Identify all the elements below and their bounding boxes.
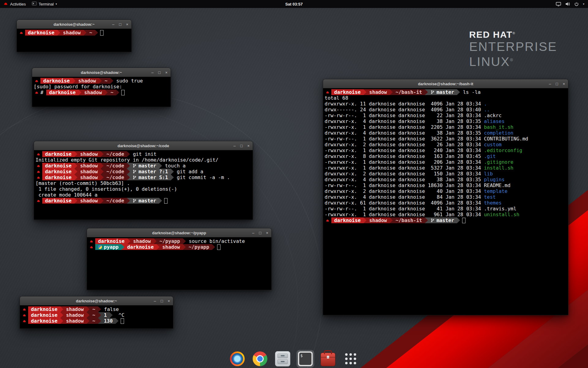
clock[interactable]: Sat 03:57 [285,2,303,6]
terminal-line: total 68 [325,95,567,101]
prompt-segment-path: ~ [90,312,98,318]
terminal-text: drwxrwxr-x. 11 darknoise darknoise 4096 … [325,101,484,107]
terminal-line: create mode 100644 a [36,192,251,198]
dock-item-toolbox[interactable] [320,351,336,366]
dock-item-terminal[interactable]: $ [298,351,313,366]
terminal-window-pyapp: darknoise@shadow:~/pyapp – □ × darknoise… [87,228,272,290]
terminal-line: darknoiseshadow~/codemaster ?:1 git add … [36,169,251,174]
terminal-text: install.sh [484,165,513,171]
window-titlebar[interactable]: darknoise@shadow:~ – □ × [32,68,171,77]
minimize-button[interactable]: – [154,299,156,303]
redhat-icon [18,31,25,34]
close-button[interactable]: × [247,144,250,148]
dock-item-firefox[interactable] [230,351,245,366]
powerline-arrow [110,312,113,318]
minimize-button[interactable]: – [233,144,236,148]
powerline-arrow [95,30,98,36]
dock-item-chrome[interactable] [252,351,268,366]
maximize-button[interactable]: □ [240,144,243,148]
redhat-icon [34,91,40,94]
powerline-arrow [60,306,63,312]
terminal-content[interactable]: darknoiseshadow~/code git initInitialize… [34,150,253,220]
logo-enterprise: ENTERPRISE [469,40,557,53]
powerline-arrow [116,90,119,95]
maximize-button[interactable]: □ [158,71,161,75]
terminal-line: [sudo] password for darknoise: [34,84,169,90]
system-status-area[interactable]: ▾ [552,0,588,8]
logo-red-hat: RED HAT® [469,29,557,40]
prompt-segment-path: ~/code [104,151,127,157]
terminal-line: darknoiseshadow~ sudo true [34,78,169,84]
minimize-button[interactable]: – [151,71,153,75]
minimize-button[interactable]: – [549,82,551,86]
window-titlebar[interactable]: darknoise@shadow:~ – □ × [17,20,131,29]
terminal-text: drwxrwxr-x. 4 darknoise darknoise 38 Jan… [325,118,484,124]
window-titlebar[interactable]: darknoise@shadow:~/bash-it – □ × [323,79,568,88]
minimize-button[interactable]: – [112,22,114,26]
powerline-arrow [101,169,104,174]
window-titlebar[interactable]: darknoise@shadow:~ – □ × [20,297,173,305]
prompt-segment-user: darknoise [42,151,74,157]
window-titlebar[interactable]: darknoise@shadow:~/code – □ × [34,141,253,150]
powerline-arrow [101,198,104,204]
window-titlebar[interactable]: darknoise@shadow:~/pyapp – □ × [87,228,271,237]
terminal-text: drwxrwxr-x. 2 darknoise darknoise 26 Jan… [325,142,484,148]
redhat-icon [89,246,95,249]
close-button[interactable]: × [168,299,170,303]
redhat-icon [36,176,42,179]
prompt-segment-path: ~ [108,90,116,95]
terminal-cursor [164,198,168,204]
dock-item-show-applications[interactable] [343,351,358,366]
maximize-button[interactable]: □ [259,231,262,235]
terminal-line: drwxrwxr-x. 4 darknoise darknoise 84 Jan… [325,194,567,200]
powerline-arrow [99,78,102,84]
maximize-button[interactable]: □ [161,299,163,303]
terminal-app-icon [32,2,37,6]
dock-item-files[interactable] [275,351,290,366]
minimize-button[interactable]: – [252,231,254,235]
terminal-text: . [484,101,487,107]
prompt-segment-user: darknoise [46,90,78,95]
terminal-content[interactable]: darknoiseshadow~ falsedarknoiseshadow~1 … [20,305,173,328]
terminal-text: -rw-rw-r--. 1 darknoise darknoise 41 Jan… [325,206,516,212]
terminal-line: -rw-rw-r--. 1 darknoise darknoise 22 Jan… [325,113,567,118]
close-button[interactable]: × [126,22,128,26]
chevron-down-icon: ▾ [55,2,57,6]
close-button[interactable]: × [266,231,268,235]
terminal-text: [master (root-commit) 50bcb63] . [36,180,130,186]
powerline-arrow [156,244,160,250]
prompt-segment-host: shadow [160,244,183,250]
powerline-arrow [127,238,130,244]
terminal-text: aliases [484,118,504,124]
powerline-arrow [101,174,104,180]
window-title: darknoise@shadow:~ [76,299,117,303]
prompt-segment-user: darknoise [42,163,74,169]
powerline-arrow [127,174,130,180]
terminal-text: create mode 100644 a [36,192,97,198]
terminal-cursor [100,30,104,36]
prompt-segment-path: ~ [87,30,95,36]
terminal-text: uninstall.sh [484,212,519,217]
terminal-window-home-1: darknoise@shadow:~ – □ × darknoiseshadow… [17,20,132,52]
terminal-text: ^C [113,312,125,318]
terminal-content[interactable]: darknoiseshadow~ [17,29,131,52]
terminal-content[interactable]: darknoiseshadow~/pyapp source bin/activa… [87,237,271,290]
app-menu-label: Terminal [39,2,54,6]
prompt-segment-venv: pyapp [95,244,121,250]
terminal-line: pyappdarknoiseshadow~/pyapp [89,244,270,250]
terminal-content[interactable]: darknoiseshadow~ sudo true[sudo] passwor… [32,77,171,107]
window-title: darknoise@shadow:~ [81,70,122,75]
terminal-text: -rwxrwxr-x. 1 darknoise darknoise 240 Ja… [325,148,484,153]
app-menu-terminal[interactable]: Terminal ▾ [29,0,60,8]
activities-button[interactable]: Activities [0,0,29,8]
terminal-line: drwxrwxr-x. 2 darknoise darknoise 26 Jan… [325,142,567,148]
maximize-button[interactable]: □ [119,22,122,26]
chrome-icon [253,351,267,366]
close-button[interactable]: × [165,71,168,75]
terminal-text: [sudo] password for darknoise: [34,84,125,90]
terminal-content[interactable]: darknoiseshadow~/bash-itmaster ls -latot… [323,88,568,315]
powerline-arrow [390,217,393,223]
maximize-button[interactable]: □ [556,82,558,86]
close-button[interactable]: × [563,82,565,86]
prompt-segment-host: shadow [130,238,154,244]
